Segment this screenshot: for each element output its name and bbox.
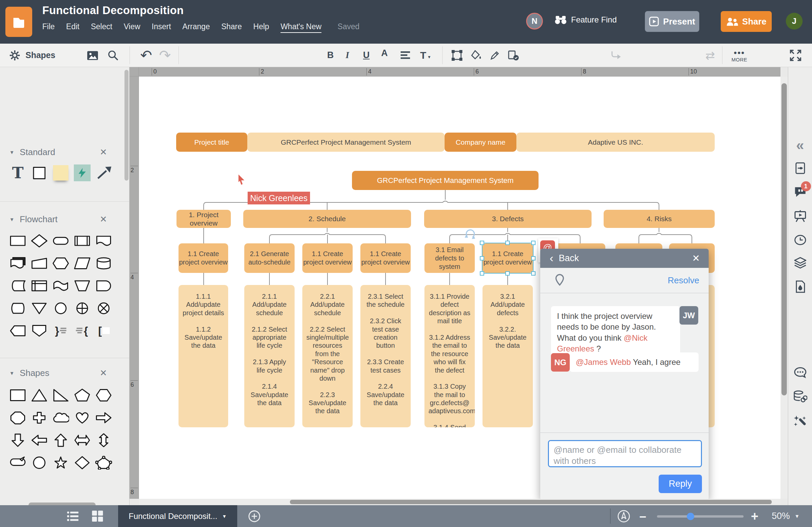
section-standard-header[interactable]: ▼ Standard (10, 147, 55, 157)
more-options-button[interactable]: ••• MORE (731, 44, 747, 67)
rectangle2-shape[interactable] (8, 387, 28, 403)
magic-wand-dock-icon[interactable] (793, 415, 807, 430)
extract-shape[interactable] (29, 300, 50, 316)
root-node[interactable]: GRCPerfect Project Management System (352, 171, 538, 190)
heart-shape[interactable] (72, 409, 92, 426)
node-2-2[interactable]: 1.1 Create project overview (302, 243, 353, 273)
page-grid-view-icon[interactable] (91, 510, 103, 523)
reply-input[interactable] (548, 440, 702, 467)
insert-image-button[interactable] (87, 44, 99, 67)
zoom-slider-handle[interactable] (687, 513, 694, 520)
close-panel-icon[interactable]: ✕ (692, 253, 700, 264)
collapse-dock-icon[interactable]: « (796, 138, 804, 152)
triangle-shape[interactable] (29, 387, 50, 403)
swap-arrows-button[interactable]: ⇄ (705, 44, 715, 67)
data-linking-dock-icon[interactable] (793, 390, 807, 405)
terminator-shape[interactable] (50, 232, 71, 249)
leaf-column-2-1[interactable]: 2.1.1 Add/update schedule 2.1.2 Select a… (244, 285, 294, 427)
present-button[interactable]: Present (645, 11, 699, 32)
predefined-process-shape[interactable] (72, 232, 92, 249)
menu-insert[interactable]: Insert (152, 22, 171, 33)
multiple-documents-shape[interactable] (8, 255, 28, 272)
cloud-shape[interactable] (50, 409, 71, 426)
banner-company-label[interactable]: Company name (445, 132, 517, 152)
sticky-note-shape[interactable] (50, 165, 71, 181)
line-color-button[interactable] (489, 44, 500, 67)
lightning-shape[interactable] (72, 165, 92, 181)
close-section-icon[interactable]: ✕ (100, 368, 107, 378)
menu-file[interactable]: File (42, 22, 55, 33)
fill-color-button[interactable] (470, 44, 482, 67)
share-button[interactable]: Share (721, 11, 772, 32)
paper-tape-shape[interactable] (50, 277, 71, 294)
node-2-3[interactable]: 1.1 Create project overview (360, 243, 411, 273)
arrow-down-shape[interactable] (8, 432, 28, 448)
leaf-column-2-3[interactable]: 2.3.1 Select the schedule 2.3.2 Click te… (360, 285, 411, 427)
shape-manager-button[interactable]: Shapes (10, 44, 55, 67)
rectangle-shape[interactable] (29, 165, 50, 181)
italic-button[interactable]: I (346, 44, 349, 67)
feature-find-button[interactable]: Feature Find (554, 15, 617, 25)
text-options-button[interactable]: T▼ (420, 44, 431, 67)
delay-shape[interactable] (93, 277, 114, 294)
leaf-column-1-1[interactable]: 1.1.1 Add/update project details 1.1.2 S… (178, 285, 228, 427)
star-shape[interactable] (50, 454, 71, 471)
menu-select[interactable]: Select (91, 22, 112, 33)
selection-handle[interactable] (480, 241, 484, 245)
leaf-column-3-2[interactable]: 3.2.1 Add/update defects 3.2.2. Save/upd… (482, 285, 533, 427)
selection-handle[interactable] (480, 256, 484, 260)
chat-dock-icon[interactable] (793, 367, 807, 381)
menu-edit[interactable]: Edit (66, 22, 79, 33)
layers-dock-icon[interactable] (794, 256, 807, 271)
shape-frame-button[interactable] (451, 44, 463, 67)
node-schedule[interactable]: 2. Schedule (243, 210, 411, 228)
zoom-level-select[interactable]: 50% ▼ (772, 511, 800, 521)
circle-shape[interactable] (29, 454, 50, 471)
callout-shape[interactable] (8, 454, 28, 471)
sidebar-scrollbar[interactable] (125, 70, 129, 181)
theme-dock-icon[interactable] (794, 280, 807, 295)
line-arrow-shape[interactable] (93, 165, 114, 181)
app-logo[interactable] (5, 7, 32, 37)
comments-dock-icon[interactable]: 1 (794, 185, 807, 199)
document-shape[interactable] (93, 232, 114, 249)
cross-shape[interactable] (29, 409, 50, 426)
zoom-out-button[interactable]: − (639, 510, 646, 524)
banner-project-title[interactable]: Project title (176, 132, 247, 152)
node-2-1[interactable]: 2.1 Generate auto-schedule (244, 243, 294, 273)
octagon-shape[interactable] (8, 409, 28, 426)
menu-arrange[interactable]: Arrange (183, 22, 210, 33)
summing-junction-shape[interactable] (93, 300, 114, 316)
text-shape[interactable]: T (8, 165, 28, 181)
node-project-overview[interactable]: 1. Project overview (176, 210, 231, 228)
underline-button[interactable]: U (363, 44, 370, 67)
hexagon-shape[interactable] (93, 387, 114, 403)
page-list-view-icon[interactable] (67, 510, 79, 524)
selection-outline[interactable] (482, 243, 534, 274)
arrow-up-shape[interactable] (50, 432, 71, 448)
selection-handle[interactable] (531, 241, 536, 245)
zoom-in-button[interactable]: + (751, 509, 758, 524)
merge-shape[interactable] (72, 277, 92, 294)
brace-note-right-shape[interactable]: } (50, 322, 71, 339)
database-shape[interactable] (93, 255, 114, 272)
leaf-column-2-2[interactable]: 2.2.1 Add/update schedule 2.2.2 Select s… (302, 285, 353, 427)
internal-storage-shape[interactable] (29, 277, 50, 294)
display-shape[interactable] (8, 300, 28, 316)
section-shapes-header[interactable]: ▼ Shapes (10, 368, 49, 378)
or-junction-shape[interactable] (72, 300, 92, 316)
add-page-button[interactable] (248, 510, 261, 524)
menu-share[interactable]: Share (221, 22, 242, 33)
off-page-left-shape[interactable] (8, 322, 28, 339)
selection-handle[interactable] (531, 271, 536, 275)
menu-whats-new[interactable]: What's New (280, 22, 321, 33)
selection-handle[interactable] (480, 271, 484, 275)
redo-button[interactable]: ↷ (159, 44, 171, 67)
rotate-handle-icon[interactable] (463, 226, 478, 241)
section-flowchart-header[interactable]: ▼ Flowchart (10, 214, 58, 225)
banner-project-name[interactable]: GRCPerfect Project Management System (247, 132, 445, 152)
manual-operation-shape[interactable] (29, 255, 50, 272)
preparation-shape[interactable] (50, 255, 71, 272)
close-section-icon[interactable]: ✕ (100, 214, 107, 225)
presentation-dock-icon[interactable] (794, 210, 807, 224)
